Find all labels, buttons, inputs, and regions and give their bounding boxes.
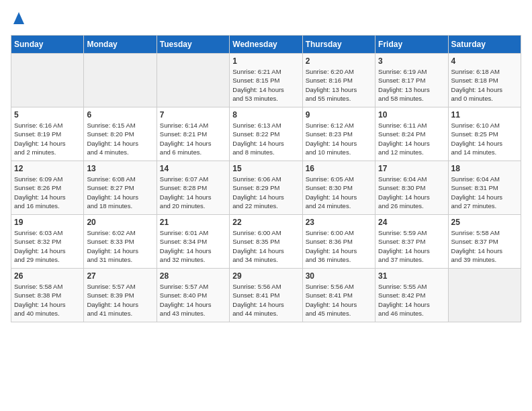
calendar-cell: 20Sunrise: 6:02 AM Sunset: 8:33 PM Dayli… [84, 215, 157, 269]
page-header [11, 11, 521, 27]
calendar-cell: 9Sunrise: 6:12 AM Sunset: 8:23 PM Daylig… [302, 107, 375, 161]
day-number: 9 [306, 110, 372, 120]
svg-marker-0 [13, 12, 24, 24]
day-number: 31 [378, 271, 445, 281]
day-info: Sunrise: 6:14 AM Sunset: 8:21 PM Dayligh… [160, 121, 226, 156]
day-number: 5 [14, 110, 81, 120]
day-number: 17 [378, 164, 445, 173]
calendar-body: 1Sunrise: 6:21 AM Sunset: 8:15 PM Daylig… [11, 54, 521, 322]
calendar-cell: 7Sunrise: 6:14 AM Sunset: 8:21 PM Daylig… [157, 107, 229, 161]
weekday-header-thursday: Thursday [302, 36, 375, 54]
calendar-cell: 4Sunrise: 6:18 AM Sunset: 8:18 PM Daylig… [448, 54, 521, 107]
day-info: Sunrise: 5:58 AM Sunset: 8:37 PM Dayligh… [451, 228, 518, 264]
calendar-cell: 1Sunrise: 6:21 AM Sunset: 8:15 PM Daylig… [230, 54, 302, 107]
calendar-cell: 29Sunrise: 5:56 AM Sunset: 8:41 PM Dayli… [230, 269, 302, 322]
day-number: 12 [14, 164, 81, 173]
calendar-cell: 18Sunrise: 6:04 AM Sunset: 8:31 PM Dayli… [448, 161, 521, 215]
day-info: Sunrise: 6:04 AM Sunset: 8:30 PM Dayligh… [378, 175, 445, 210]
calendar-week-row: 12Sunrise: 6:09 AM Sunset: 8:26 PM Dayli… [11, 161, 521, 215]
day-number: 14 [160, 164, 226, 173]
day-number: 13 [87, 164, 153, 173]
day-number: 15 [232, 164, 299, 173]
day-number: 20 [87, 218, 153, 227]
calendar-cell: 6Sunrise: 6:15 AM Sunset: 8:20 PM Daylig… [84, 107, 157, 161]
day-number: 29 [232, 271, 299, 281]
day-number: 8 [232, 110, 299, 120]
weekday-header-tuesday: Tuesday [157, 36, 229, 54]
calendar-cell: 10Sunrise: 6:11 AM Sunset: 8:24 PM Dayli… [375, 107, 448, 161]
calendar-cell: 30Sunrise: 5:56 AM Sunset: 8:41 PM Dayli… [302, 269, 375, 322]
calendar-cell: 27Sunrise: 5:57 AM Sunset: 8:39 PM Dayli… [84, 269, 157, 322]
calendar-cell: 25Sunrise: 5:58 AM Sunset: 8:37 PM Dayli… [448, 215, 521, 269]
day-number: 21 [160, 218, 226, 227]
calendar-cell: 31Sunrise: 5:55 AM Sunset: 8:42 PM Dayli… [375, 269, 448, 322]
day-info: Sunrise: 6:20 AM Sunset: 8:16 PM Dayligh… [306, 67, 372, 103]
day-number: 7 [160, 110, 226, 120]
logo [11, 11, 30, 27]
day-number: 3 [378, 56, 445, 66]
calendar-cell: 21Sunrise: 6:01 AM Sunset: 8:34 PM Dayli… [157, 215, 229, 269]
day-info: Sunrise: 6:10 AM Sunset: 8:25 PM Dayligh… [451, 121, 518, 156]
day-info: Sunrise: 6:05 AM Sunset: 8:30 PM Dayligh… [306, 175, 372, 210]
calendar-week-row: 19Sunrise: 6:03 AM Sunset: 8:32 PM Dayli… [11, 215, 521, 269]
calendar-cell [11, 54, 84, 107]
day-number: 18 [451, 164, 518, 173]
day-info: Sunrise: 6:07 AM Sunset: 8:28 PM Dayligh… [160, 175, 226, 210]
day-number: 30 [306, 271, 372, 281]
day-number: 24 [378, 218, 445, 227]
day-info: Sunrise: 6:16 AM Sunset: 8:19 PM Dayligh… [14, 121, 81, 156]
day-info: Sunrise: 6:03 AM Sunset: 8:32 PM Dayligh… [14, 228, 81, 264]
calendar-cell: 2Sunrise: 6:20 AM Sunset: 8:16 PM Daylig… [302, 54, 375, 107]
weekday-header-row: SundayMondayTuesdayWednesdayThursdayFrid… [11, 36, 521, 54]
calendar-week-row: 1Sunrise: 6:21 AM Sunset: 8:15 PM Daylig… [11, 54, 521, 107]
day-info: Sunrise: 6:19 AM Sunset: 8:17 PM Dayligh… [378, 67, 445, 103]
calendar-cell: 28Sunrise: 5:57 AM Sunset: 8:40 PM Dayli… [157, 269, 229, 322]
calendar-cell: 13Sunrise: 6:08 AM Sunset: 8:27 PM Dayli… [84, 161, 157, 215]
calendar-week-row: 26Sunrise: 5:58 AM Sunset: 8:38 PM Dayli… [11, 269, 521, 322]
calendar-cell: 24Sunrise: 5:59 AM Sunset: 8:37 PM Dayli… [375, 215, 448, 269]
day-info: Sunrise: 6:04 AM Sunset: 8:31 PM Dayligh… [451, 175, 518, 210]
weekday-header-friday: Friday [375, 36, 448, 54]
calendar-cell: 15Sunrise: 6:06 AM Sunset: 8:29 PM Dayli… [230, 161, 302, 215]
calendar-cell: 8Sunrise: 6:13 AM Sunset: 8:22 PM Daylig… [230, 107, 302, 161]
day-number: 4 [451, 56, 518, 66]
day-info: Sunrise: 6:02 AM Sunset: 8:33 PM Dayligh… [87, 228, 153, 264]
day-number: 6 [87, 110, 153, 120]
calendar-week-row: 5Sunrise: 6:16 AM Sunset: 8:19 PM Daylig… [11, 107, 521, 161]
day-number: 22 [232, 218, 299, 227]
calendar-cell [157, 54, 229, 107]
calendar-cell: 19Sunrise: 6:03 AM Sunset: 8:32 PM Dayli… [11, 215, 84, 269]
day-info: Sunrise: 6:00 AM Sunset: 8:36 PM Dayligh… [306, 228, 372, 264]
calendar-cell: 16Sunrise: 6:05 AM Sunset: 8:30 PM Dayli… [302, 161, 375, 215]
day-info: Sunrise: 5:56 AM Sunset: 8:41 PM Dayligh… [306, 282, 372, 318]
day-number: 28 [160, 271, 226, 281]
day-info: Sunrise: 6:11 AM Sunset: 8:24 PM Dayligh… [378, 121, 445, 156]
day-number: 19 [14, 218, 81, 227]
weekday-header-saturday: Saturday [448, 36, 521, 54]
day-info: Sunrise: 6:06 AM Sunset: 8:29 PM Dayligh… [232, 175, 299, 210]
day-info: Sunrise: 5:57 AM Sunset: 8:40 PM Dayligh… [160, 282, 226, 318]
day-info: Sunrise: 6:08 AM Sunset: 8:27 PM Dayligh… [87, 175, 153, 210]
weekday-header-monday: Monday [84, 36, 157, 54]
day-number: 1 [232, 56, 299, 66]
calendar-table: SundayMondayTuesdayWednesdayThursdayFrid… [11, 35, 521, 322]
day-info: Sunrise: 6:00 AM Sunset: 8:35 PM Dayligh… [232, 228, 299, 264]
calendar-cell: 5Sunrise: 6:16 AM Sunset: 8:19 PM Daylig… [11, 107, 84, 161]
calendar-cell: 17Sunrise: 6:04 AM Sunset: 8:30 PM Dayli… [375, 161, 448, 215]
day-info: Sunrise: 6:21 AM Sunset: 8:15 PM Dayligh… [232, 67, 299, 103]
day-info: Sunrise: 5:59 AM Sunset: 8:37 PM Dayligh… [378, 228, 445, 264]
day-info: Sunrise: 6:18 AM Sunset: 8:18 PM Dayligh… [451, 67, 518, 103]
calendar-cell: 12Sunrise: 6:09 AM Sunset: 8:26 PM Dayli… [11, 161, 84, 215]
day-info: Sunrise: 6:15 AM Sunset: 8:20 PM Dayligh… [87, 121, 153, 156]
calendar-cell: 11Sunrise: 6:10 AM Sunset: 8:25 PM Dayli… [448, 107, 521, 161]
day-info: Sunrise: 6:12 AM Sunset: 8:23 PM Dayligh… [306, 121, 372, 156]
day-number: 16 [306, 164, 372, 173]
calendar-cell: 14Sunrise: 6:07 AM Sunset: 8:28 PM Dayli… [157, 161, 229, 215]
day-number: 2 [306, 56, 372, 66]
day-number: 11 [451, 110, 518, 120]
day-info: Sunrise: 5:55 AM Sunset: 8:42 PM Dayligh… [378, 282, 445, 318]
day-number: 23 [306, 218, 372, 227]
day-number: 10 [378, 110, 445, 120]
calendar-cell: 22Sunrise: 6:00 AM Sunset: 8:35 PM Dayli… [230, 215, 302, 269]
day-info: Sunrise: 6:09 AM Sunset: 8:26 PM Dayligh… [14, 175, 81, 210]
